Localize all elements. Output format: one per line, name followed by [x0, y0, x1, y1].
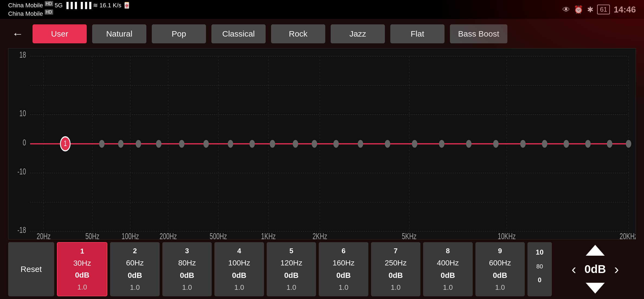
band-4-freq: 100Hz [228, 259, 250, 267]
band-dot[interactable] [358, 140, 363, 148]
band-5-db: 0dB [284, 271, 299, 280]
svg-text:200Hz: 200Hz [160, 231, 177, 239]
band-prev-button[interactable]: ‹ [572, 261, 576, 277]
band-2-freq: 60Hz [126, 259, 144, 267]
preset-user-button[interactable]: User [33, 24, 87, 43]
band-dot[interactable] [520, 140, 526, 148]
preset-natural-button[interactable]: Natural [92, 24, 146, 43]
band-dot[interactable] [585, 140, 591, 148]
band-dot[interactable] [607, 140, 612, 148]
band-dot[interactable] [249, 140, 255, 148]
band-dot[interactable] [270, 140, 275, 148]
svg-text:500Hz: 500Hz [210, 231, 227, 239]
status-bar: China Mobile HD 5G ▐▐▐ ▐▐▐ ≋ 16.1 K/s 🀄 … [0, 0, 644, 19]
band-1-q: 1.0 [77, 283, 87, 291]
band-dot[interactable] [118, 140, 124, 148]
preset-jazz-button[interactable]: Jazz [331, 24, 385, 43]
preset-flat-button[interactable]: Flat [390, 24, 445, 43]
band-5-q: 1.0 [286, 283, 296, 292]
band-9-number: 9 [498, 247, 502, 255]
band-1-cell[interactable]: 1 30Hz 0dB 1.0 [57, 242, 107, 296]
band-8-cell[interactable]: 8 400Hz 0dB 1.0 [423, 242, 472, 296]
preset-rock-button[interactable]: Rock [271, 24, 325, 43]
band-8-freq: 400Hz [437, 259, 459, 267]
band-6-freq: 160Hz [333, 259, 355, 267]
band-3-cell[interactable]: 3 80Hz 0dB 1.0 [162, 242, 212, 296]
db-down-button[interactable] [583, 280, 607, 296]
db-nav-row: ‹ 0dB › [572, 261, 619, 277]
status-right: 👁 ⏰ ✱ 61 14:46 [562, 5, 636, 15]
band-dot[interactable] [203, 140, 209, 148]
svg-text:10KHz: 10KHz [498, 231, 516, 239]
svg-text:20Hz: 20Hz [37, 231, 50, 239]
band-dot[interactable] [412, 140, 417, 148]
band-2-number: 2 [133, 247, 137, 255]
band-6-cell[interactable]: 6 160Hz 0dB 1.0 [319, 242, 368, 296]
preset-bassboost-button[interactable]: Bass Boost [450, 24, 507, 43]
carrier2-label: China Mobile HD [8, 9, 130, 18]
band-next-button[interactable]: › [614, 261, 619, 277]
db-up-button[interactable] [583, 242, 607, 258]
svg-text:-10: -10 [17, 167, 26, 176]
svg-text:2KHz: 2KHz [313, 231, 327, 239]
carrier-info: China Mobile HD 5G ▐▐▐ ▐▐▐ ≋ 16.1 K/s 🀄 … [8, 1, 130, 18]
band-dot[interactable] [626, 140, 631, 148]
bluetooth-icon: ✱ [587, 5, 593, 14]
band-9-cell[interactable]: 9 600Hz 0dB 1.0 [475, 242, 525, 296]
band-5-freq: 120Hz [281, 259, 302, 267]
band-4-cell[interactable]: 4 100Hz 0dB 1.0 [214, 242, 264, 296]
band-8-db: 0dB [441, 271, 455, 280]
band-7-cell[interactable]: 7 250Hz 0dB 1.0 [371, 242, 420, 296]
band-dot[interactable] [136, 140, 141, 148]
svg-text:5KHz: 5KHz [402, 231, 417, 239]
band-2-cell[interactable]: 2 60Hz 0dB 1.0 [110, 242, 159, 296]
band-6-q: 1.0 [339, 283, 348, 292]
back-arrow-icon: ← [12, 27, 23, 40]
preset-classical-button[interactable]: Classical [211, 24, 266, 43]
band-dot[interactable] [312, 140, 317, 148]
band-dot[interactable] [99, 140, 105, 148]
eye-icon: 👁 [562, 5, 570, 14]
band-7-q: 1.0 [391, 283, 401, 292]
band-dot[interactable] [385, 140, 390, 148]
preset-pop-button[interactable]: Pop [152, 24, 206, 43]
svg-text:1KHz: 1KHz [261, 231, 276, 239]
band-dot[interactable] [439, 140, 445, 148]
band-dot[interactable] [333, 140, 339, 148]
band-dot[interactable] [179, 140, 184, 148]
band-dot[interactable] [293, 140, 298, 148]
band-5-cell[interactable]: 5 120Hz 0dB 1.0 [267, 242, 316, 296]
band-8-q: 1.0 [443, 283, 453, 292]
band-2-db: 0dB [128, 271, 142, 280]
reset-button[interactable]: Reset [8, 242, 54, 296]
band-dot[interactable] [564, 140, 569, 148]
band-dot[interactable] [156, 140, 162, 148]
carrier1-label: China Mobile HD 5G ▐▐▐ ▐▐▐ ≋ 16.1 K/s 🀄 [8, 1, 130, 9]
band-3-q: 1.0 [182, 283, 192, 292]
band-10-db: 0 [538, 276, 541, 284]
svg-text:0: 0 [23, 138, 26, 147]
svg-text:50Hz: 50Hz [85, 231, 99, 239]
band-1-db: 0dB [75, 271, 89, 280]
svg-text:10: 10 [19, 108, 26, 118]
band-1-number: 1 [80, 247, 84, 255]
band-7-db: 0dB [388, 271, 403, 280]
band-dot[interactable] [466, 140, 472, 148]
band-3-number: 3 [185, 247, 189, 255]
band-dot[interactable] [542, 140, 547, 148]
band-10-freq: 80 [536, 263, 543, 270]
band-dot[interactable] [493, 140, 498, 148]
band-9-q: 1.0 [495, 283, 505, 292]
band-10-cell[interactable]: 10 80 0 [527, 242, 552, 296]
down-arrow-icon [584, 281, 606, 295]
svg-text:-18: -18 [17, 225, 26, 235]
band-8-number: 8 [446, 247, 450, 255]
band-4-number: 4 [237, 247, 241, 255]
band-4-db: 0dB [232, 271, 246, 280]
band-dot[interactable] [228, 140, 233, 148]
back-button[interactable]: ← [8, 24, 27, 43]
band-7-number: 7 [394, 247, 398, 255]
alarm-icon: ⏰ [574, 5, 583, 14]
current-db-display: 0dB [582, 263, 609, 276]
band-9-freq: 600Hz [489, 259, 511, 267]
